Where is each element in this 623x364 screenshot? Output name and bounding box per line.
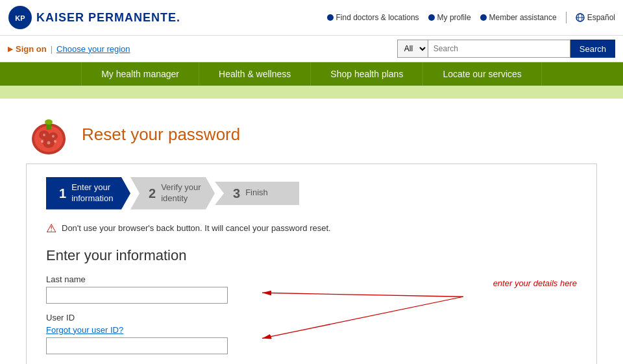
form-annotation-area: Last name User ID Forgot your user ID? [46,274,577,363]
search-bar: Sign on | Choose your region All Search [0,36,623,62]
member-assistance-link[interactable]: Member assistance [480,13,557,22]
svg-point-15 [41,140,43,143]
warning-icon: ⚠ [46,221,56,236]
step-2-label: Verify youridentity [161,182,201,204]
pomegranate-image [26,112,71,157]
step-1: 1 Enter yourinformation [46,177,130,210]
choose-region-link[interactable]: Choose your region [56,44,130,54]
svg-point-14 [47,141,51,145]
globe-icon [576,13,585,22]
warning-text: Don't use your browser's back button. It… [62,223,331,233]
my-profile-link[interactable]: My profile [428,13,471,22]
nav-item-locate-services[interactable]: Locate our services [423,62,541,86]
nav-item-health-manager[interactable]: My health manager [81,62,199,86]
nav-item-shop-plans[interactable]: Shop health plans [311,62,423,86]
logo-area: KP KAISER PERMANENTE. [8,5,180,30]
forgot-user-id-link[interactable]: Forgot your user ID? [46,325,577,335]
green-strip [0,86,623,99]
step-1-label: Enter yourinformation [71,182,113,204]
user-id-input[interactable] [46,337,228,354]
step-1-number: 1 [59,187,66,200]
main-nav: My health manager Health & wellness Shop… [0,62,623,86]
nav-item-health-wellness[interactable]: Health & wellness [199,62,311,86]
svg-point-16 [54,140,56,143]
user-id-label: User ID [46,313,577,322]
find-doctors-link[interactable]: Find doctors & locations [327,13,419,22]
search-category-select[interactable]: All [397,40,428,58]
member-assistance-icon [480,14,487,21]
last-name-input[interactable] [46,287,228,304]
step-3-label: Finish [245,188,268,199]
logo-text: KAISER PERMANENTE. [36,11,180,25]
pipe-separator: | [51,44,53,54]
find-doctors-icon [327,14,334,21]
page-title: Reset your password [82,125,240,145]
content-box: 1 Enter yourinformation 2 Verify youride… [26,164,597,364]
top-bar: KP KAISER PERMANENTE. Find doctors & loc… [0,0,623,36]
step-2-number: 2 [149,187,156,200]
step-3: 3 Finish [215,182,299,205]
language-link[interactable]: Español [576,13,615,22]
search-button[interactable]: Search [570,40,615,58]
form-section-title: Enter your information [46,247,577,264]
step-3-number: 3 [233,187,240,200]
user-id-group: User ID Forgot your user ID? [46,313,577,354]
svg-point-11 [45,119,53,125]
svg-text:KP: KP [15,14,25,22]
warning-message: ⚠ Don't use your browser's back button. … [46,221,577,236]
search-input[interactable] [428,40,570,58]
search-group: All Search [397,40,615,58]
svg-point-12 [43,134,45,136]
sign-on-button[interactable]: Sign on [8,44,47,54]
sign-on-area: Sign on | Choose your region [8,44,397,54]
svg-point-13 [52,135,55,138]
annotation-text: enter your details here [493,278,577,289]
my-profile-icon [428,14,435,21]
top-links: Find doctors & locations My profile Memb… [327,12,616,23]
step-2: 2 Verify youridentity [130,177,215,210]
steps-indicator: 1 Enter yourinformation 2 Verify youride… [46,177,577,210]
page-header: Reset your password [26,112,597,157]
kaiser-permanente-logo-icon: KP [8,5,32,30]
content-area: Reset your password 1 Enter yourinformat… [0,99,623,364]
divider [566,12,567,23]
